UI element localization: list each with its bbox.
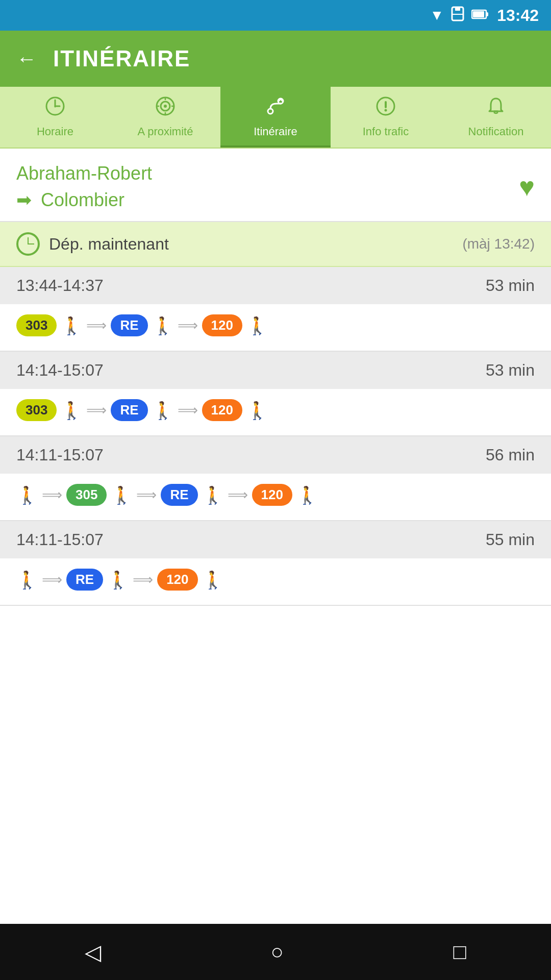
- badge-303-2: 303: [16, 399, 57, 421]
- seg-arrow-4a: ⟹: [42, 571, 62, 588]
- seg-arrow-3c: ⟹: [228, 486, 248, 503]
- walk-icon-1c: 🚶: [246, 315, 268, 336]
- walk-icon-3b: 🚶: [111, 485, 132, 505]
- status-bar: ▼ 13:42: [0, 0, 551, 31]
- badge-305-3: 305: [66, 484, 107, 506]
- journey-4-route: 🚶 ⟹ RE 🚶 ⟹ 120 🚶: [0, 558, 551, 605]
- journey-1-route: 303 🚶 ⟹ RE 🚶 ⟹ 120 🚶: [0, 304, 551, 351]
- sim-icon: [450, 6, 465, 25]
- status-icons: ▼: [430, 6, 489, 25]
- svg-rect-5: [486, 12, 488, 16]
- alert-tab-icon: [375, 96, 396, 121]
- svg-point-11: [164, 105, 167, 108]
- page-title: ITINÉRAIRE: [53, 46, 190, 71]
- seg-arrow-3b: ⟹: [136, 486, 157, 503]
- badge-120-2: 120: [202, 399, 242, 421]
- walk-icon-3c: 🚶: [202, 485, 223, 505]
- badge-120-1: 120: [202, 314, 242, 336]
- tab-itineraire[interactable]: Itinéraire: [220, 87, 331, 148]
- walk-icon-4a: 🚶: [16, 570, 38, 590]
- departure-bar[interactable]: Dép. maintenant (màj 13:42): [0, 222, 551, 267]
- walk-icon-3d: 🚶: [296, 485, 318, 505]
- departure-update: (màj 13:42): [462, 236, 535, 252]
- badge-120-4: 120: [157, 569, 197, 591]
- tab-proximite[interactable]: A proximité: [110, 87, 220, 148]
- favorite-button[interactable]: ♥: [519, 172, 535, 202]
- walk-icon-4b: 🚶: [107, 570, 129, 590]
- journey-3-header: 14:11-15:07 56 min: [0, 436, 551, 474]
- tab-info-trafic[interactable]: Info trafic: [331, 87, 441, 148]
- journey-3-time: 14:11-15:07: [16, 446, 104, 464]
- route-info: Abraham-Robert ➡ Colombier: [16, 163, 152, 211]
- seg-arrow-4b: ⟹: [133, 571, 153, 588]
- journey-2[interactable]: 14:14-15:07 53 min 303 🚶 ⟹ RE 🚶 ⟹ 120 🚶: [0, 352, 551, 436]
- bell-tab-icon: [486, 96, 506, 121]
- tab-notification-label: Notification: [468, 125, 524, 138]
- clock-tab-icon: [45, 96, 65, 121]
- route-header: Abraham-Robert ➡ Colombier ♥: [0, 149, 551, 222]
- tab-horaire-label: Horaire: [37, 125, 73, 138]
- tab-horaire[interactable]: Horaire: [0, 87, 110, 148]
- status-time: 13:42: [497, 6, 539, 25]
- seg-arrow-3a: ⟹: [42, 486, 62, 503]
- badge-120-3: 120: [252, 484, 292, 506]
- route-direction-arrow: ➡: [16, 189, 32, 211]
- svg-rect-4: [473, 11, 484, 17]
- battery-icon: [471, 7, 489, 23]
- departure-left: Dép. maintenant: [16, 232, 169, 256]
- journey-2-time: 14:14-15:07: [16, 361, 104, 380]
- tab-notification[interactable]: Notification: [441, 87, 551, 148]
- badge-303-1: 303: [16, 314, 57, 336]
- tab-info-trafic-label: Info trafic: [363, 125, 409, 138]
- departure-label: Dép. maintenant: [49, 235, 169, 254]
- walk-icon-3a: 🚶: [16, 485, 38, 505]
- route-from: Abraham-Robert: [16, 163, 152, 184]
- route-to-row: ➡ Colombier: [16, 189, 152, 211]
- journey-4-duration: 55 min: [486, 530, 535, 549]
- journey-4-header: 14:11-15:07 55 min: [0, 521, 551, 558]
- journey-3-route: 🚶 ⟹ 305 🚶 ⟹ RE 🚶 ⟹ 120 🚶: [0, 474, 551, 520]
- journey-4-time: 14:11-15:07: [16, 530, 104, 549]
- svg-rect-1: [455, 7, 460, 11]
- nav-back-button[interactable]: ◁: [77, 932, 109, 973]
- route-to: Colombier: [41, 189, 124, 211]
- badge-re-3: RE: [161, 484, 197, 506]
- badge-re-2: RE: [111, 399, 147, 421]
- journey-1-header: 13:44-14:37 53 min: [0, 267, 551, 304]
- departure-clock-icon: [16, 232, 40, 256]
- route-tab-icon: [265, 96, 286, 121]
- seg-arrow-1b: ⟹: [178, 317, 198, 334]
- journey-3-duration: 56 min: [486, 446, 535, 464]
- bottom-nav: ◁ ○ □: [0, 924, 551, 980]
- walk-icon-1b: 🚶: [152, 315, 173, 336]
- wifi-icon: ▼: [430, 7, 444, 23]
- nav-recent-button[interactable]: □: [445, 932, 474, 972]
- tab-proximite-label: A proximité: [138, 125, 193, 138]
- journey-1-time: 13:44-14:37: [16, 276, 104, 295]
- target-tab-icon: [155, 96, 176, 121]
- walk-icon-2b: 🚶: [152, 400, 173, 421]
- badge-re-4: RE: [66, 569, 103, 591]
- walk-icon-4c: 🚶: [202, 570, 223, 590]
- badge-re-1: RE: [111, 314, 147, 336]
- seg-arrow-2b: ⟹: [178, 402, 198, 419]
- journey-1-duration: 53 min: [486, 276, 535, 295]
- svg-point-20: [385, 109, 387, 112]
- journey-4[interactable]: 14:11-15:07 55 min 🚶 ⟹ RE 🚶 ⟹ 120 🚶: [0, 521, 551, 606]
- journey-1[interactable]: 13:44-14:37 53 min 303 🚶 ⟹ RE 🚶 ⟹ 120 🚶: [0, 267, 551, 352]
- tab-itineraire-label: Itinéraire: [254, 125, 297, 138]
- walk-icon-2a: 🚶: [61, 400, 82, 421]
- app-header: ← ITINÉRAIRE: [0, 31, 551, 87]
- back-button[interactable]: ←: [16, 47, 37, 70]
- walk-icon-1a: 🚶: [61, 315, 82, 336]
- walk-icon-2c: 🚶: [246, 400, 268, 421]
- seg-arrow-2a: ⟹: [86, 402, 107, 419]
- tab-bar: Horaire A proximité Itinéraire Info traf…: [0, 87, 551, 149]
- journey-2-route: 303 🚶 ⟹ RE 🚶 ⟹ 120 🚶: [0, 389, 551, 435]
- journey-2-header: 14:14-15:07 53 min: [0, 352, 551, 389]
- seg-arrow-1a: ⟹: [86, 317, 107, 334]
- journey-2-duration: 53 min: [486, 361, 535, 380]
- nav-home-button[interactable]: ○: [263, 932, 292, 972]
- journey-3[interactable]: 14:11-15:07 56 min 🚶 ⟹ 305 🚶 ⟹ RE 🚶 ⟹ 12…: [0, 436, 551, 521]
